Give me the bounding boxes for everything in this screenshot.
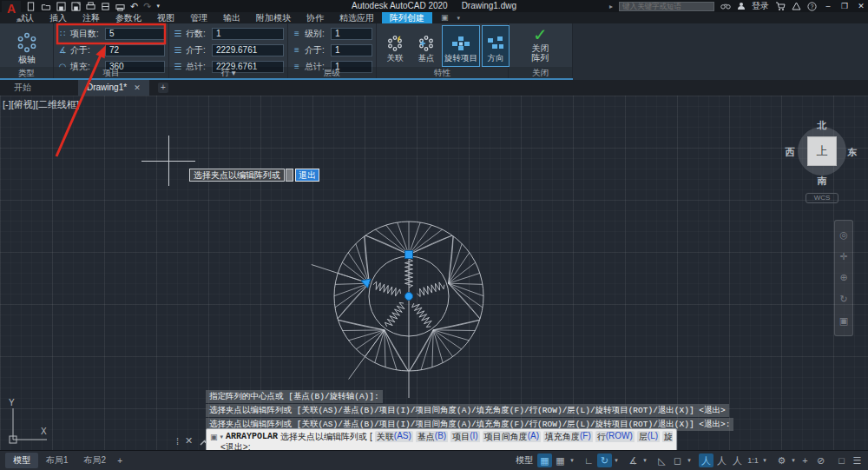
ortho-toggle-icon[interactable]: ∟	[582, 453, 596, 467]
tab-insert[interactable]: 插入	[42, 12, 75, 23]
command-default-prompt[interactable]: <退出>:	[210, 442, 673, 450]
snap-dropdown-icon[interactable]: ▾	[569, 453, 575, 467]
close-array-button[interactable]: ✓ 关闭阵列	[531, 26, 550, 63]
levels-between-input[interactable]: 1	[331, 44, 372, 56]
grid-toggle-icon[interactable]: ▦	[537, 453, 552, 467]
annotation-scale-value[interactable]: 1:1	[746, 453, 760, 467]
autodesk-app-store-icon[interactable]	[792, 2, 801, 10]
viewport-controls-label[interactable]: [-][俯视][二维线框]	[3, 98, 79, 111]
undo-icon[interactable]: ↶	[130, 2, 138, 10]
cart-icon[interactable]	[775, 2, 786, 10]
annotation-autoscale-toggle-icon[interactable]: 人	[714, 453, 729, 467]
option-rotate-items[interactable]: 旋转项目(ROT)	[662, 431, 673, 442]
panel-levels-label[interactable]: 层级	[288, 67, 376, 78]
publish-icon[interactable]	[101, 2, 110, 11]
option-levels[interactable]: 层(L)	[637, 431, 660, 442]
search-input[interactable]	[619, 2, 714, 11]
autocad-logo[interactable]: A	[2, 1, 21, 18]
command-dock-window-icon[interactable]: ▣	[210, 433, 218, 441]
annotation-scale-icon[interactable]: 人	[730, 453, 745, 467]
scale-dropdown-icon[interactable]: ▾	[761, 453, 768, 467]
navigation-wheel-icon[interactable]: ◎	[839, 230, 848, 240]
tab-annotate[interactable]: 注释	[75, 12, 108, 23]
tooltip-exit-option[interactable]: 退出	[295, 169, 319, 182]
layout2-tab[interactable]: 布局2	[76, 453, 115, 468]
panel-type-label[interactable]: 类型	[0, 67, 53, 78]
print-icon[interactable]	[115, 2, 125, 11]
open-file-icon[interactable]	[41, 2, 51, 11]
model-space-label[interactable]: 模型	[516, 454, 533, 467]
panel-items-label[interactable]: 项目	[54, 67, 168, 78]
levels-count-input[interactable]: 1	[331, 28, 372, 40]
file-tab-close-icon[interactable]: ✕	[134, 80, 141, 96]
option-fill-angle[interactable]: 填充角度(F)	[543, 431, 593, 442]
ribbon-display-dropdown-icon[interactable]: ▾	[457, 12, 461, 23]
items-between-input[interactable]: 72	[105, 44, 165, 56]
rows-between-input[interactable]: 2229.6761	[212, 44, 284, 56]
viewcube-east-label[interactable]: 东	[848, 146, 858, 159]
direction-button[interactable]: 方向	[482, 25, 510, 67]
tab-array-creation[interactable]: 阵列创建	[382, 12, 432, 23]
isolate-objects-icon[interactable]: ⊘	[813, 453, 828, 467]
save-icon[interactable]	[56, 2, 66, 11]
search-binoculars-icon[interactable]	[720, 2, 731, 10]
option-angle-between[interactable]: 项目间角度(A)	[483, 431, 541, 442]
clean-screen-icon[interactable]: □	[834, 453, 849, 467]
ribbon-display-toggle-icon[interactable]: ▣	[441, 12, 449, 23]
polar-tracking-toggle-icon[interactable]: ↻	[597, 453, 612, 467]
isodraft-toggle-icon[interactable]: ∡	[626, 453, 641, 467]
option-associative[interactable]: 关联(AS)	[375, 431, 413, 442]
command-line-dock[interactable]: ▣ ▾ ARRAYPOLAR 选择夹点以编辑阵列或 [ 关联(AS) 基点(B)…	[206, 428, 677, 450]
dock-drag-handle[interactable]: ⁞	[176, 436, 179, 447]
workspace-dropdown-icon[interactable]: ▾	[790, 453, 797, 467]
plot-icon[interactable]	[86, 2, 95, 11]
file-tab-start[interactable]: 开始	[5, 80, 40, 96]
option-base-point[interactable]: 基点(B)	[416, 431, 448, 442]
viewcube-west-label[interactable]: 西	[786, 146, 795, 159]
minimize-button[interactable]: –	[823, 2, 833, 10]
osnap-tracking-toggle-icon[interactable]: ◺	[654, 453, 669, 467]
new-file-icon[interactable]	[26, 2, 36, 11]
panel-close-label[interactable]: 关闭	[509, 67, 572, 78]
viewcube-south-label[interactable]: 南	[818, 175, 827, 188]
close-button[interactable]: ✕	[856, 2, 866, 10]
signin-person-icon[interactable]	[737, 2, 746, 10]
tab-parametric[interactable]: 参数化	[108, 12, 149, 23]
tab-manage[interactable]: 管理	[182, 12, 215, 23]
qat-customize-icon[interactable]: ▾	[156, 2, 160, 10]
tab-output[interactable]: 输出	[215, 12, 248, 23]
help-icon[interactable]: ?	[807, 2, 817, 11]
osnap-dropdown-icon[interactable]: ▾	[686, 453, 693, 467]
option-items[interactable]: 项目(I)	[450, 431, 479, 442]
signin-label[interactable]: 登录	[752, 0, 769, 12]
tab-view[interactable]: 视图	[149, 12, 182, 23]
new-drawing-tab-button[interactable]: +	[158, 83, 168, 93]
orbit-icon[interactable]: ↻	[839, 295, 847, 304]
tab-addins[interactable]: 附加模块	[248, 12, 299, 23]
option-rows[interactable]: 行(ROW)	[595, 431, 635, 442]
model-tab[interactable]: 模型	[5, 453, 38, 468]
pan-icon[interactable]: ✛	[839, 252, 847, 261]
restore-button[interactable]: ❐	[839, 2, 850, 10]
rotate-items-button[interactable]: 旋转项目	[442, 25, 480, 67]
panel-properties-label[interactable]: 特性	[377, 67, 508, 78]
search-caret-icon[interactable]: ▸	[609, 3, 613, 10]
wcs-dropdown[interactable]: WCS	[806, 193, 838, 203]
drawing-canvas[interactable]: [-][俯视][二维线框] 选择夹点以编辑阵列或 退出 上 北 南 西 东 WC…	[0, 96, 868, 450]
polar-dropdown-icon[interactable]: ▾	[613, 453, 620, 467]
save-as-icon[interactable]	[71, 2, 81, 11]
viewcube-north-label[interactable]: 北	[818, 119, 827, 132]
osnap-toggle-icon[interactable]: ◻	[670, 453, 685, 467]
polar-array-drawing[interactable]	[321, 209, 508, 413]
polar-array-type-button[interactable]: 极轴	[7, 26, 47, 66]
viewcube-top-face[interactable]: 上	[807, 136, 837, 166]
isodraft-dropdown-icon[interactable]: ▾	[641, 453, 648, 467]
zoom-icon[interactable]: ⊕	[839, 273, 847, 282]
new-layout-button[interactable]: +	[117, 456, 122, 466]
panel-rows-label[interactable]: 行 ▾	[169, 67, 287, 78]
file-tab-drawing1[interactable]: Drawing1* ✕	[78, 80, 149, 96]
workspace-gear-icon[interactable]: ⚙	[774, 453, 789, 467]
customization-menu-icon[interactable]: ☰	[850, 453, 865, 467]
annotation-monitor-plus-icon[interactable]: +	[798, 453, 812, 467]
rows-count-input[interactable]: 1	[212, 28, 284, 40]
